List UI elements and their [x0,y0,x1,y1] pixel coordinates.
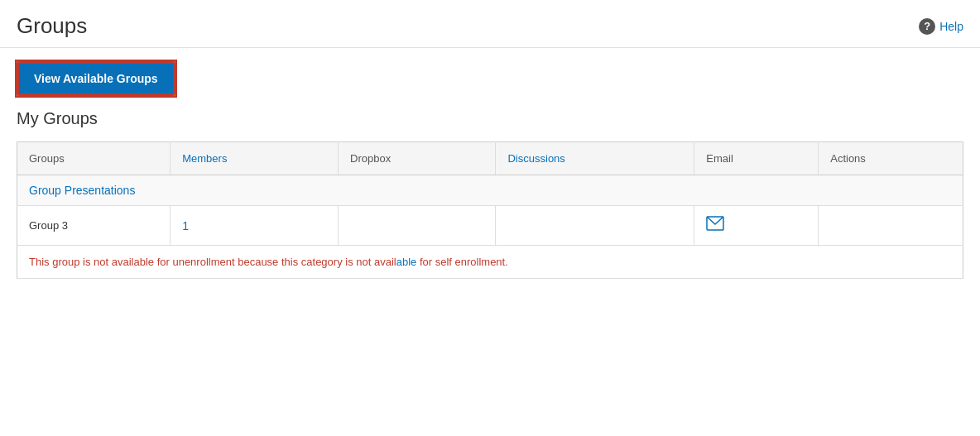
main-content: View Available Groups My Groups Groups M… [0,48,980,292]
col-header-actions: Actions [819,142,963,175]
view-available-wrapper: View Available Groups [17,61,175,96]
groups-table: Groups Members Dropbox Discussions Email… [17,141,963,279]
table-row: Group 3 1 [17,206,963,246]
table-header-row: Groups Members Dropbox Discussions Email… [17,142,963,175]
notice-cell: This group is not available for unenroll… [17,246,963,279]
col-header-groups: Groups [17,142,171,175]
email-icon[interactable] [706,218,724,234]
view-available-button[interactable]: View Available Groups [17,61,175,96]
page-header: Groups ? Help [0,0,980,48]
notice-row: This group is not available for unenroll… [17,246,963,279]
col-header-discussions[interactable]: Discussions [496,142,694,175]
my-groups-title: My Groups [17,109,963,128]
help-icon: ? [919,18,935,35]
email-cell [694,206,819,246]
help-label: Help [939,20,963,33]
actions-cell [819,206,963,246]
notice-link-text: able [396,256,417,268]
dropbox-cell [339,206,496,246]
col-header-members[interactable]: Members [171,142,339,175]
page-title: Groups [17,13,87,39]
group-category-label: Group Presentations [17,175,963,206]
col-header-email: Email [694,142,819,175]
notice-text: This group is not available for unenroll… [29,256,508,268]
help-link[interactable]: ? Help [919,18,963,35]
col-header-dropbox: Dropbox [339,142,496,175]
members-cell: 1 [171,206,339,246]
discussions-cell [496,206,694,246]
members-link[interactable]: 1 [182,219,189,232]
group-name-cell: Group 3 [17,206,171,246]
group-category-row: Group Presentations [17,175,963,206]
